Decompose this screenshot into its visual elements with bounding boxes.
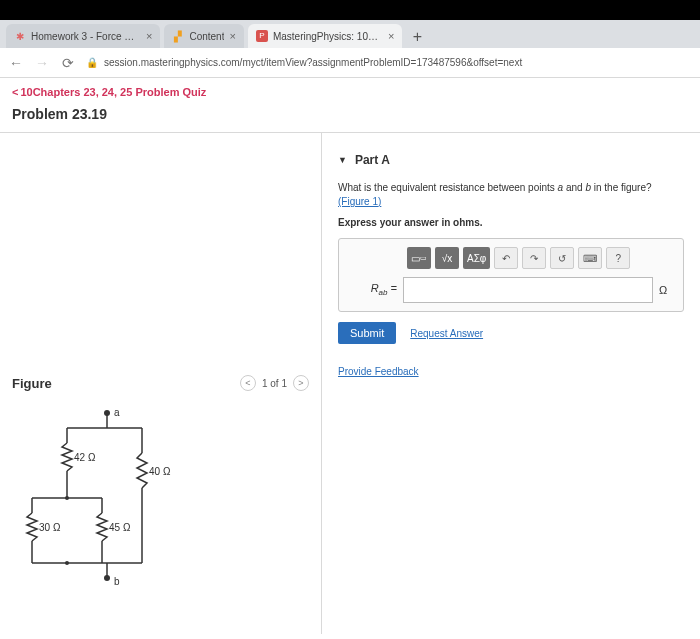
undo-button[interactable]: ↶ bbox=[494, 247, 518, 269]
circuit-figure: a 42 Ω 40 Ω bbox=[12, 403, 192, 593]
figure-pager: < 1 of 1 > bbox=[240, 375, 309, 391]
unit-label: Ω bbox=[659, 284, 675, 296]
breadcrumb-text: 10Chapters 23, 24, 25 Problem Quiz bbox=[20, 86, 206, 98]
question-panel: ▼ Part A What is the equivalent resistan… bbox=[322, 133, 700, 634]
sqrt-button[interactable]: √x bbox=[435, 247, 459, 269]
svg-point-16 bbox=[65, 561, 69, 565]
node-a-label: a bbox=[114, 407, 120, 418]
equation-toolbar: ▭▭ √x ΑΣφ ↶ ↷ ↺ ⌨ ? bbox=[347, 247, 675, 269]
template-button[interactable]: ▭▭ bbox=[407, 247, 431, 269]
tab-title-1: Content bbox=[189, 31, 224, 42]
answer-box: ▭▭ √x ΑΣφ ↶ ↷ ↺ ⌨ ? Rab = Ω bbox=[338, 238, 684, 312]
svg-point-14 bbox=[104, 575, 110, 581]
back-button[interactable]: ← bbox=[8, 55, 24, 71]
url-text: session.masteringphysics.com/myct/itemVi… bbox=[104, 57, 522, 68]
figure-next-button[interactable]: > bbox=[293, 375, 309, 391]
breadcrumb[interactable]: <10Chapters 23, 24, 25 Problem Quiz bbox=[0, 78, 700, 102]
figure-title: Figure bbox=[12, 376, 52, 391]
answer-input[interactable] bbox=[403, 277, 653, 303]
tab-title-2: MasteringPhysics: 10Chapters bbox=[273, 31, 383, 42]
svg-point-15 bbox=[65, 496, 69, 500]
question-text: What is the equivalent resistance betwee… bbox=[338, 181, 684, 209]
resistor-2-label: 40 Ω bbox=[149, 466, 171, 477]
greek-button[interactable]: ΑΣφ bbox=[463, 247, 490, 269]
browser-toolbar: ← → ⟳ 🔒 session.masteringphysics.com/myc… bbox=[0, 48, 700, 78]
part-label: Part A bbox=[355, 153, 390, 167]
resistor-3-label: 30 Ω bbox=[39, 522, 61, 533]
tab-title-0: Homework 3 - Force Systems bbox=[31, 31, 141, 42]
provide-feedback-link[interactable]: Provide Feedback bbox=[338, 366, 419, 377]
answer-instruction: Express your answer in ohms. bbox=[338, 217, 684, 228]
address-bar[interactable]: 🔒 session.masteringphysics.com/myct/item… bbox=[86, 57, 522, 68]
browser-tab-2[interactable]: P MasteringPhysics: 10Chapters × bbox=[248, 24, 402, 48]
new-tab-button[interactable]: + bbox=[406, 26, 428, 48]
figure-link[interactable]: (Figure 1) bbox=[338, 196, 381, 207]
collapse-icon: ▼ bbox=[338, 155, 347, 165]
figure-prev-button[interactable]: < bbox=[240, 375, 256, 391]
node-b-label: b bbox=[114, 576, 120, 587]
keyboard-button[interactable]: ⌨ bbox=[578, 247, 602, 269]
lock-icon: 🔒 bbox=[86, 57, 98, 68]
tab-favicon-0: ✱ bbox=[14, 30, 26, 42]
browser-tab-1[interactable]: ▞ Content × bbox=[164, 24, 243, 48]
reload-button[interactable]: ⟳ bbox=[60, 55, 76, 71]
close-icon[interactable]: × bbox=[388, 30, 394, 42]
browser-tab-0[interactable]: ✱ Homework 3 - Force Systems × bbox=[6, 24, 160, 48]
resistor-1-label: 42 Ω bbox=[74, 452, 96, 463]
chevron-left-icon: < bbox=[12, 86, 18, 98]
figure-panel: Figure < 1 of 1 > a bbox=[0, 133, 322, 634]
request-answer-link[interactable]: Request Answer bbox=[410, 328, 483, 339]
reset-button[interactable]: ↺ bbox=[550, 247, 574, 269]
resistor-4-label: 45 Ω bbox=[109, 522, 131, 533]
variable-label: Rab = bbox=[347, 282, 397, 297]
figure-pager-text: 1 of 1 bbox=[262, 378, 287, 389]
redo-button[interactable]: ↷ bbox=[522, 247, 546, 269]
help-button[interactable]: ? bbox=[606, 247, 630, 269]
forward-button[interactable]: → bbox=[34, 55, 50, 71]
part-header[interactable]: ▼ Part A bbox=[338, 153, 684, 167]
tab-favicon-1: ▞ bbox=[172, 30, 184, 42]
submit-button[interactable]: Submit bbox=[338, 322, 396, 344]
browser-tabstrip: ✱ Homework 3 - Force Systems × ▞ Content… bbox=[0, 20, 700, 48]
close-icon[interactable]: × bbox=[229, 30, 235, 42]
close-icon[interactable]: × bbox=[146, 30, 152, 42]
page-title: Problem 23.19 bbox=[0, 102, 700, 133]
tab-favicon-2: P bbox=[256, 30, 268, 42]
